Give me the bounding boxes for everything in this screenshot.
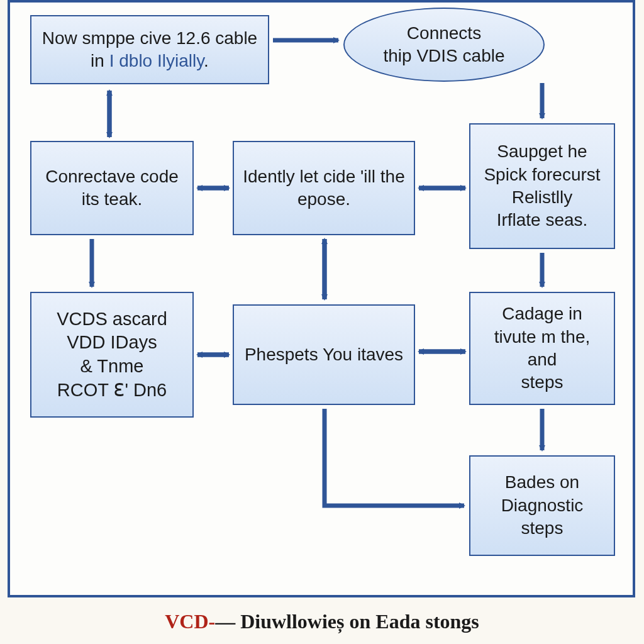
node-text: Conrectave code its teak.	[40, 165, 184, 211]
node-text: & Tnme	[80, 356, 143, 376]
node-text: Cadage in	[502, 304, 582, 323]
node-text: steps	[521, 372, 564, 392]
node-text: Phespets You itaves	[245, 343, 403, 366]
diagram-frame: Now smppe cive 12.6 cable in I dblo Ilyi…	[8, 0, 635, 597]
node-text: Relistlly	[512, 187, 572, 207]
node-text: VCDS ascard	[57, 309, 167, 329]
node-mid-center: Idently let cide 'ill the epose.	[233, 141, 415, 235]
node-text-accent: I dblo Ilyially	[109, 51, 204, 70]
node-text: in	[91, 51, 109, 70]
node-text: Saupget he	[497, 142, 587, 161]
node-bottom-right: Bades on Diagnostic steps	[469, 455, 615, 556]
node-text: Diagnostic	[501, 496, 584, 515]
node-text: Idently let cide 'ill the epose.	[243, 165, 405, 211]
node-text: RCOT Ɛ' Dn6	[57, 380, 167, 400]
node-text: Irflate seas.	[497, 210, 588, 230]
node-text: Now smppe cive 12.6 cable	[42, 28, 257, 48]
node-text: Bades on	[505, 472, 579, 492]
node-top-left: Now smppe cive 12.6 cable in I dblo Ilyi…	[30, 15, 269, 84]
footer-rest: — Diuwllowieș on Eada stongs	[215, 610, 479, 633]
node-text: Spick forecurst	[484, 165, 600, 184]
footer-red: VCD-	[165, 610, 215, 633]
node-top-ellipse: Connects thip VDIS cable	[343, 8, 545, 82]
node-low-right: Cadage in tivute m the, and steps	[469, 292, 615, 405]
footer-caption: VCD-— Diuwllowieș on Eada stongs	[0, 610, 644, 633]
node-mid-left: Conrectave code its teak.	[30, 141, 194, 235]
node-text: steps	[521, 518, 564, 538]
node-text: thip VDIS cable	[384, 46, 505, 65]
node-text: tivute m the, and	[494, 327, 591, 369]
node-low-center: Phespets You itaves	[233, 304, 415, 405]
node-text: Connects	[407, 23, 481, 43]
node-low-left: VCDS ascard VDD IDays & Tnme RCOT Ɛ' Dn6	[30, 292, 194, 418]
node-text: VDD IDays	[67, 332, 157, 352]
node-mid-right: Saupget he Spick forecurst Relistlly Irf…	[469, 123, 615, 249]
node-text: .	[204, 51, 209, 70]
